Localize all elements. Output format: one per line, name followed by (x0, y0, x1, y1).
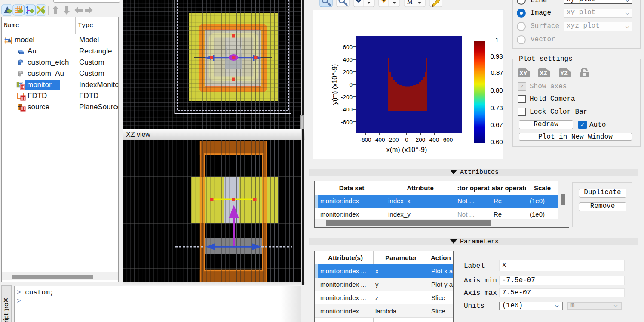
svg-text:0.93: 0.93 (490, 53, 503, 60)
svg-text:-600: -600 (341, 119, 353, 125)
svg-text:0: 0 (405, 136, 408, 143)
svg-text:1: 1 (495, 36, 499, 43)
svg-text:XY: XY (519, 70, 527, 77)
svg-text:0.87: 0.87 (491, 69, 503, 76)
svg-text:400: 400 (343, 56, 353, 63)
svg-text:0: 0 (349, 81, 353, 88)
svg-text:YZ: YZ (560, 70, 568, 77)
svg-text:400: 400 (429, 136, 439, 143)
svg-text:0.73: 0.73 (490, 104, 503, 111)
svg-text:-400: -400 (373, 136, 385, 143)
svg-text:0.67: 0.67 (490, 121, 503, 128)
svg-text:200: 200 (343, 69, 353, 75)
svg-text:-200: -200 (387, 136, 399, 143)
svg-text:0.80: 0.80 (490, 87, 503, 94)
svg-text:-600: -600 (359, 136, 371, 143)
svg-text:200: 200 (416, 136, 426, 143)
svg-text:600: 600 (343, 44, 353, 50)
svg-text:XZ: XZ (540, 70, 547, 77)
svg-text:x(m) (x10^-9): x(m) (x10^-9) (386, 146, 427, 153)
svg-text:-200: -200 (341, 94, 353, 100)
svg-text:M: M (407, 0, 413, 5)
svg-text:0.60: 0.60 (490, 138, 503, 146)
svg-text:y(m) (x10^-9): y(m) (x10^-9) (331, 64, 338, 105)
svg-text:600: 600 (443, 136, 453, 143)
svg-text:-400: -400 (341, 106, 353, 113)
